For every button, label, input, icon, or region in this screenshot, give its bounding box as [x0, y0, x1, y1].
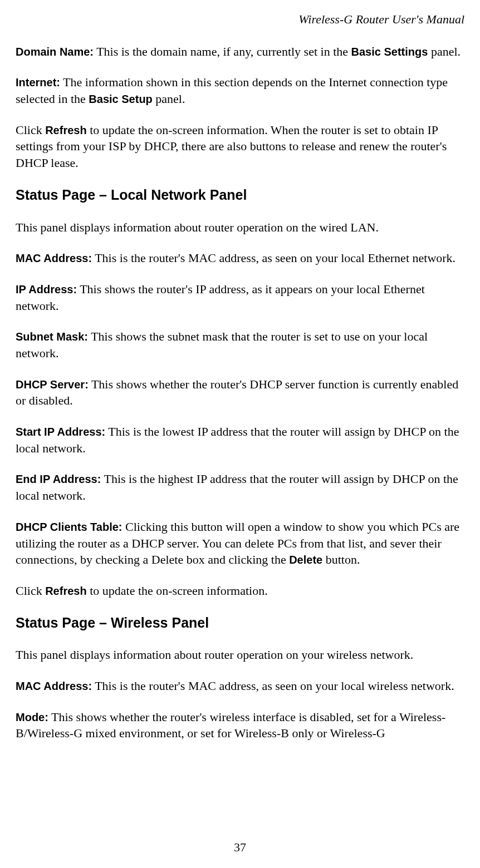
mac-address-text: This is the router's MAC address, as see… — [92, 251, 455, 265]
mac-address-wireless-text: This is the router's MAC address, as see… — [92, 679, 454, 693]
refresh2-text2: to update the on-screen information. — [87, 584, 268, 598]
local-network-intro: This panel displays information about ro… — [16, 219, 464, 236]
refresh1-bold1: Refresh — [45, 124, 86, 136]
start-ip-label: Start IP Address: — [16, 426, 105, 438]
ip-address-para: IP Address: This shows the router's IP a… — [16, 281, 464, 314]
subnet-mask-label: Subnet Mask: — [16, 331, 88, 343]
wireless-intro: This panel displays information about ro… — [16, 647, 464, 663]
page-number: 37 — [0, 839, 480, 856]
mode-para: Mode: This shows whether the router's wi… — [16, 709, 464, 742]
internet-text2: panel. — [153, 92, 185, 106]
domain-name-bold1: Basic Settings — [351, 46, 428, 58]
internet-bold1: Basic Setup — [89, 93, 152, 105]
start-ip-para: Start IP Address: This is the lowest IP … — [16, 423, 464, 456]
mac-address-label: MAC Address: — [16, 252, 92, 264]
heading-wireless: Status Page – Wireless Panel — [16, 614, 464, 633]
mac-address-wireless-label: MAC Address: — [16, 680, 92, 692]
refresh1-para: Click Refresh to update the on-screen in… — [16, 122, 464, 171]
domain-name-para: Domain Name: This is the domain name, if… — [16, 43, 464, 60]
dhcp-server-para: DHCP Server: This shows whether the rout… — [16, 376, 464, 409]
refresh2-para: Click Refresh to update the on-screen in… — [16, 583, 464, 599]
mode-label: Mode: — [16, 711, 48, 723]
refresh2-text1: Click — [16, 584, 45, 598]
dhcp-clients-text2: button. — [322, 553, 360, 566]
refresh1-text1: Click — [16, 123, 45, 137]
page-header: Wireless-G Router User's Manual — [16, 11, 464, 28]
domain-name-label: Domain Name: — [16, 46, 94, 58]
mac-address-wireless-para: MAC Address: This is the router's MAC ad… — [16, 678, 464, 694]
dhcp-clients-para: DHCP Clients Table: Clicking this button… — [16, 519, 464, 568]
end-ip-para: End IP Address: This is the highest IP a… — [16, 471, 464, 504]
domain-name-text2: panel. — [428, 45, 461, 58]
internet-label: Internet: — [16, 76, 60, 88]
ip-address-text: This shows the router's IP address, as i… — [16, 282, 425, 313]
domain-name-text1: This is the domain name, if any, current… — [94, 45, 351, 58]
subnet-mask-para: Subnet Mask: This shows the subnet mask … — [16, 328, 464, 361]
dhcp-server-label: DHCP Server: — [16, 378, 89, 391]
refresh2-bold1: Refresh — [45, 585, 86, 597]
mac-address-para: MAC Address: This is the router's MAC ad… — [16, 250, 464, 267]
internet-para: Internet: The information shown in this … — [16, 74, 464, 107]
internet-text1: The information shown in this section de… — [16, 75, 448, 106]
end-ip-label: End IP Address: — [16, 473, 101, 485]
dhcp-clients-label: DHCP Clients Table: — [16, 521, 123, 533]
heading-local-network: Status Page – Local Network Panel — [16, 186, 464, 205]
dhcp-clients-bold1: Delete — [289, 554, 322, 566]
mode-text: This shows whether the router's wireless… — [16, 710, 445, 741]
ip-address-label: IP Address: — [16, 283, 77, 295]
